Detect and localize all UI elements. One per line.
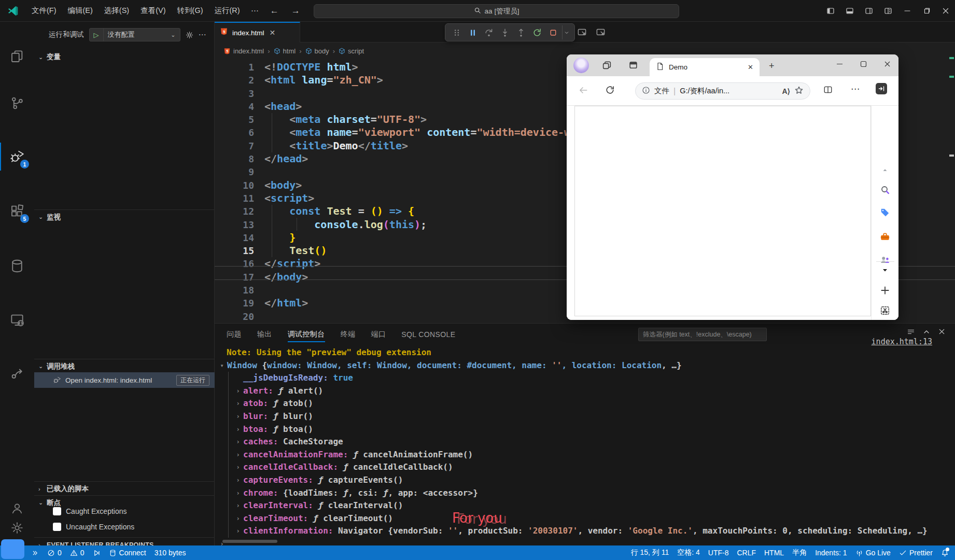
breakpoint-uncaught-exceptions[interactable]: Uncaught Exceptions [53,523,134,531]
panel-tab-输出[interactable]: 输出 [257,324,272,345]
breadcrumb-html[interactable]: html [274,47,296,55]
sidebar-toggle-icon[interactable] [876,83,887,94]
start-debug-icon[interactable]: ▷ [90,29,104,41]
back-icon[interactable] [578,85,588,97]
status-行-15-列-11[interactable]: 行 15, 列 11 [627,545,673,560]
snip-icon[interactable] [880,305,890,318]
close-icon[interactable]: ✕ [748,63,753,71]
read-aloud-icon[interactable]: A⟩ [782,87,790,95]
activity-run-debug[interactable]: 1 [0,143,34,171]
step-into-button[interactable] [498,25,512,39]
breakpoint-caught-exceptions[interactable]: Caught Exceptions [53,507,127,515]
chevron-right-icon[interactable]: › [233,512,243,525]
minimize-icon[interactable] [897,0,917,22]
close-icon[interactable] [936,0,955,22]
chevron-right-icon[interactable]: › [233,525,243,538]
breadcrumb-index.html[interactable]: 5index.html [223,47,264,55]
activity-remote-explorer[interactable] [0,306,34,334]
search-colored-icon[interactable] [880,185,890,197]
section-variables[interactable]: ⌄ 变量 [34,50,215,64]
debug-config-dropdown[interactable]: ▷ 没有配置 ⌄ [89,28,180,41]
status-debug-session[interactable] [89,545,105,560]
chevron-right-icon[interactable]: › [233,449,243,461]
panel-tab-问题[interactable]: 问题 [227,324,242,345]
favorite-star-icon[interactable] [794,86,804,97]
status-bell[interactable] [937,545,953,560]
chevron-right-icon[interactable]: › [233,436,243,449]
step-over-button[interactable] [482,25,496,39]
section-loaded-scripts[interactable]: › 已载入的脚本 [34,481,215,496]
activity-share[interactable] [0,359,34,387]
activity-explorer[interactable] [0,43,34,71]
restart-button[interactable] [530,25,544,39]
scroll-up-icon[interactable] [881,166,889,176]
command-center-search[interactable]: aa [管理员] [314,4,679,18]
toggle-panel-icon[interactable] [840,0,859,22]
workspaces-icon[interactable] [602,60,612,72]
panel-tab-调试控制台[interactable]: 调试控制台 [288,324,325,345]
status-utf-8[interactable]: UTF-8 [704,545,733,560]
console-row[interactable]: › [215,538,955,545]
status-prettier[interactable]: Prettier [895,545,937,560]
chevron-right-icon[interactable]: › [233,499,243,512]
menu-4[interactable]: 转到(G) [172,0,209,22]
gear-icon[interactable] [185,31,194,39]
history-forward-button[interactable]: → [285,6,306,16]
chevron-right-icon[interactable]: › [233,397,243,410]
status-空格-4[interactable]: 空格: 4 [673,545,704,560]
menu-0[interactable]: 文件(F) [26,0,62,22]
toggle-secondary-sidebar-icon[interactable] [859,0,878,22]
callstack-session-row[interactable]: Open index.html: index.html 正在运行 [34,372,215,388]
minimize-icon[interactable] [828,54,851,73]
console-row[interactable]: ›cancelIdleCallback: ƒ cancelIdleCallbac… [229,461,955,474]
tab-actions-icon[interactable] [628,60,638,72]
console-source-link[interactable]: index.html:13 [872,337,932,346]
checkbox-unchecked[interactable] [53,523,61,531]
more-actions-icon[interactable]: ⋯ [199,30,206,39]
chevron-right-icon[interactable]: › [233,423,243,436]
screencast-icon[interactable] [593,25,608,39]
menu-2[interactable]: 选择(S) [99,0,135,22]
restore-icon[interactable] [917,0,936,22]
debug-console-output[interactable]: Note: Using the "preview" debug extensio… [215,346,955,545]
menu-5[interactable]: 运行(R) [208,0,245,22]
open-preview-icon[interactable] [574,25,589,39]
breadcrumb-script[interactable]: script [339,47,364,55]
dropdown-triangle-icon[interactable] [881,267,889,276]
console-row[interactable]: ›clearInterval: ƒ clearInterval() [229,499,955,512]
tag-icon[interactable] [880,207,890,220]
split-screen-icon[interactable] [823,85,833,96]
toolbox-icon[interactable] [880,231,890,244]
menu-3[interactable]: 查看(V) [135,0,171,22]
activity-settings[interactable] [0,517,34,538]
section-callstack[interactable]: ⌄ 调用堆栈 [34,359,215,373]
section-watch[interactable]: ⌄ 监视 [34,209,215,224]
menubar-more-button[interactable]: ⋯ [246,6,264,16]
chevron-right-icon[interactable]: › [233,474,243,487]
reload-icon[interactable] [605,85,615,97]
console-row[interactable]: Note: Using the "preview" debug extensio… [215,346,955,359]
browser-tab-demo[interactable]: Demo ✕ [650,58,760,76]
status-indents-1[interactable]: Indents: 1 [811,545,851,560]
console-row[interactable]: ›clearTimeout: ƒ clearTimeout() [229,512,955,525]
status-remote[interactable] [27,545,43,560]
close-icon[interactable]: ✕ [270,29,276,37]
customize-layout-icon[interactable] [878,0,897,22]
panel-tab-终端[interactable]: 终端 [341,324,356,345]
remote-corner-badge[interactable] [1,539,24,559]
info-icon[interactable] [642,86,650,96]
maximize-panel-icon[interactable] [922,328,931,338]
address-pill[interactable]: 文件 | G:/资料/aa/in... A⟩ [635,82,810,100]
console-row[interactable]: ›caches: CacheStorage [229,436,955,449]
status-connect[interactable]: Connect [105,545,150,560]
panel-tab-端口[interactable]: 端口 [371,324,386,345]
horizontal-scrollbar[interactable] [222,540,277,543]
step-out-button[interactable] [514,25,528,39]
chevron-right-icon[interactable]: › [233,410,243,423]
chevron-right-icon[interactable]: › [233,461,243,474]
chevron-down-icon[interactable]: ▾ [217,359,227,372]
console-row[interactable]: ▾Window {window: Window, self: Window, d… [215,359,955,372]
activity-source-control[interactable] [0,89,34,117]
status-半角[interactable]: 半角 [788,545,811,560]
console-row[interactable]: ›captureEvents: ƒ captureEvents() [229,474,955,487]
